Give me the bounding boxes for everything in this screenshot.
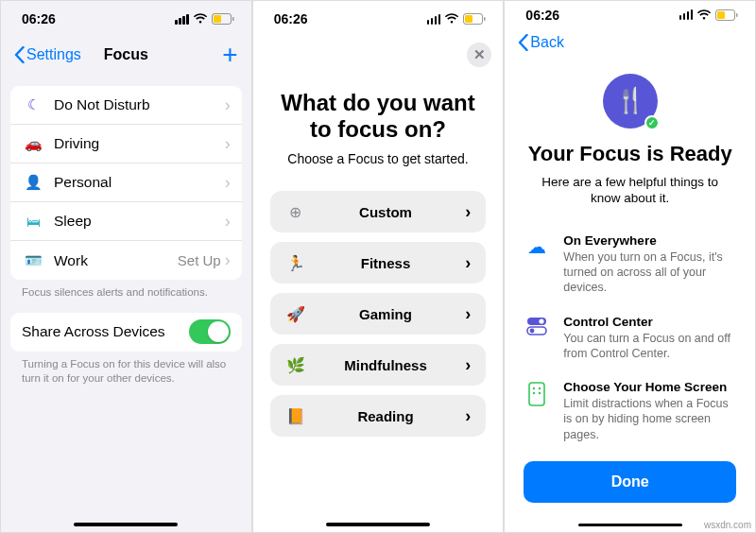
focus-ready-screen: 06:26 Back 🍴 ✓ Your Focus is Ready Here … xyxy=(504,0,756,533)
focus-hero-icon: 🍴 ✓ xyxy=(603,74,658,129)
svg-point-17 xyxy=(539,392,541,394)
focus-option-mindfulness[interactable]: 🌿 Mindfulness › xyxy=(270,344,487,386)
focus-settings-screen: 06:26 Settings Focus + ☾ Do Not Disturb … xyxy=(0,0,252,533)
share-section: Share Across Devices xyxy=(10,313,242,352)
bed-icon: 🛏 xyxy=(22,214,44,230)
svg-point-16 xyxy=(533,392,535,394)
home-indicator[interactable] xyxy=(578,524,682,526)
svg-rect-13 xyxy=(529,383,544,405)
battery-icon xyxy=(212,13,234,25)
wifi-icon xyxy=(193,13,208,25)
svg-rect-1 xyxy=(214,15,221,23)
focus-item-dnd[interactable]: ☾ Do Not Disturb › xyxy=(10,86,242,125)
section-footer: Focus silences alerts and notifications. xyxy=(1,280,251,300)
wifi-icon xyxy=(444,13,459,25)
svg-rect-7 xyxy=(717,11,725,19)
add-button[interactable]: + xyxy=(222,42,237,68)
back-label: Back xyxy=(530,34,564,51)
status-time: 06:26 xyxy=(525,8,559,23)
phone-grid-icon xyxy=(524,380,550,442)
battery-icon xyxy=(715,9,738,21)
car-icon: 🚗 xyxy=(22,135,44,152)
chevron-left-icon xyxy=(518,34,528,51)
ready-subtitle: Here are a few helpful things to know ab… xyxy=(522,174,738,207)
focus-item-driving[interactable]: 🚗 Driving › xyxy=(10,125,242,163)
info-row-home-screen: Choose Your Home Screen Limit distractio… xyxy=(522,380,738,442)
book-icon: 📙 xyxy=(285,407,306,425)
svg-point-12 xyxy=(530,328,535,333)
chevron-right-icon: › xyxy=(465,304,471,324)
person-icon: 👤 xyxy=(22,174,44,191)
share-across-devices-row[interactable]: Share Across Devices xyxy=(10,313,242,352)
watermark: wsxdn.com xyxy=(704,520,751,530)
section-footer: Turning a Focus on for this device will … xyxy=(1,352,251,386)
share-toggle[interactable] xyxy=(189,319,231,344)
toggle-icon xyxy=(524,315,550,362)
svg-point-14 xyxy=(533,387,535,389)
choose-focus-screen: 06:26 ✕ What do you want to focus on? Ch… xyxy=(252,0,505,533)
leaf-icon: 🌿 xyxy=(285,356,306,374)
focus-option-reading[interactable]: 📙 Reading › xyxy=(270,395,487,437)
badge-icon: 🪪 xyxy=(22,252,44,269)
focus-item-personal[interactable]: 👤 Personal › xyxy=(10,163,242,202)
svg-rect-2 xyxy=(232,17,234,21)
back-label: Settings xyxy=(26,46,81,63)
chevron-right-icon: › xyxy=(465,406,471,426)
chevron-right-icon: › xyxy=(465,253,471,273)
chevron-right-icon: › xyxy=(465,202,471,222)
wifi-icon xyxy=(696,9,712,21)
back-button[interactable]: Settings xyxy=(14,46,81,63)
ready-title: Your Focus is Ready xyxy=(522,142,738,166)
focus-item-work[interactable]: 🪪 Work Set Up › xyxy=(10,241,242,280)
svg-rect-5 xyxy=(484,17,486,21)
nav-bar: Settings Focus + xyxy=(1,37,251,73)
status-time: 06:26 xyxy=(22,11,56,26)
status-bar: 06:26 xyxy=(1,1,251,37)
focus-item-sleep[interactable]: 🛏 Sleep › xyxy=(10,202,242,241)
svg-rect-8 xyxy=(736,13,738,17)
sheet-subtitle: Choose a Focus to get started. xyxy=(270,151,487,166)
nav-bar: Back xyxy=(505,28,755,56)
home-indicator[interactable] xyxy=(326,523,430,526)
cloud-icon: ☁︎ xyxy=(524,233,550,296)
plus-circle-icon: ⊕ xyxy=(285,203,306,221)
status-bar: 06:26 xyxy=(505,1,755,28)
svg-point-15 xyxy=(539,387,541,389)
chevron-right-icon: › xyxy=(225,250,231,270)
moon-icon: ☾ xyxy=(22,96,44,113)
cellular-icon xyxy=(427,14,441,25)
svg-rect-4 xyxy=(465,15,472,23)
chevron-right-icon: › xyxy=(225,95,231,115)
info-row-control-center: Control Center You can turn a Focus on a… xyxy=(522,315,738,362)
chevron-right-icon: › xyxy=(225,173,231,193)
cellular-icon xyxy=(679,9,694,20)
svg-point-10 xyxy=(540,318,544,323)
checkmark-badge-icon: ✓ xyxy=(644,115,660,130)
focus-option-custom[interactable]: ⊕ Custom › xyxy=(270,191,487,232)
rocket-icon: 🚀 xyxy=(285,305,306,323)
chevron-right-icon: › xyxy=(225,134,231,154)
info-row-everywhere: ☁︎ On Everywhere When you turn on a Focu… xyxy=(522,233,738,296)
chevron-left-icon xyxy=(14,46,25,63)
focus-list: ☾ Do Not Disturb › 🚗 Driving › 👤 Persona… xyxy=(10,86,242,280)
status-time: 06:26 xyxy=(274,11,308,26)
chevron-right-icon: › xyxy=(225,212,231,232)
sheet-title: What do you want to focus on? xyxy=(270,90,487,142)
running-icon: 🏃 xyxy=(285,254,306,272)
home-indicator[interactable] xyxy=(74,523,178,526)
focus-option-fitness[interactable]: 🏃 Fitness › xyxy=(270,242,487,284)
cellular-icon xyxy=(175,14,189,25)
chevron-right-icon: › xyxy=(465,355,471,375)
back-button[interactable]: Back xyxy=(518,34,564,51)
battery-icon xyxy=(463,13,486,25)
focus-option-gaming[interactable]: 🚀 Gaming › xyxy=(270,293,487,335)
status-bar: 06:26 xyxy=(253,1,504,37)
done-button[interactable]: Done xyxy=(524,461,736,503)
